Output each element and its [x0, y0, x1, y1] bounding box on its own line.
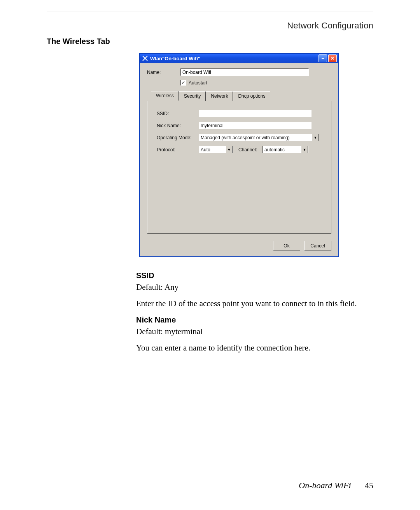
protocol-select[interactable]: Auto ▼: [199, 146, 233, 153]
channel-label: Channel:: [238, 147, 257, 152]
channel-select[interactable]: automatic ▼: [262, 146, 308, 153]
protocol-value: Auto: [199, 147, 226, 152]
ok-button[interactable]: Ok: [273, 241, 300, 251]
window-title: Wlan"On-board Wifi": [150, 56, 317, 61]
autostart-label: Autostart: [189, 80, 207, 86]
operating-mode-select[interactable]: Managed (with accespoint or with roaming…: [199, 134, 319, 141]
cancel-button[interactable]: Cancel: [304, 241, 331, 251]
app-x-icon: [142, 56, 148, 61]
nickname-input[interactable]: [199, 122, 312, 129]
channel-value: automatic: [263, 147, 301, 152]
minimize-button[interactable]: –: [318, 54, 327, 62]
close-icon: ✕: [331, 56, 334, 61]
tab-panel-wireless: SSID: Nick Name: Operating Mode: Managed…: [147, 101, 331, 234]
autostart-checkbox[interactable]: ✓: [180, 80, 186, 86]
wlan-dialog: Wlan"On-board Wifi" – ✕ Name: ✓ Autostar…: [139, 53, 339, 257]
minimize-icon: –: [322, 56, 324, 61]
tab-dhcp-options[interactable]: Dhcp options: [233, 91, 270, 101]
name-label: Name:: [147, 70, 180, 75]
ssid-heading: SSID: [136, 271, 373, 280]
bottom-rule: [47, 471, 373, 471]
titlebar[interactable]: Wlan"On-board Wifi" – ✕: [140, 54, 338, 63]
ssid-label: SSID:: [157, 111, 199, 116]
top-rule: [47, 12, 373, 12]
nickname-default-text: Default: myterminal: [136, 326, 373, 337]
operating-mode-value: Managed (with accespoint or with roaming…: [199, 135, 312, 140]
running-head: Network Configuration: [47, 21, 373, 31]
ssid-description: Enter the ID of the access point you wan…: [136, 298, 373, 309]
ssid-input[interactable]: [199, 110, 312, 117]
name-input[interactable]: [180, 68, 309, 76]
chevron-down-icon: ▼: [312, 134, 319, 141]
tab-security[interactable]: Security: [179, 91, 206, 101]
footer-page-number: 45: [365, 480, 373, 490]
tab-network[interactable]: Network: [206, 91, 233, 101]
nickname-heading: Nick Name: [136, 315, 373, 324]
nickname-label: Nick Name:: [157, 123, 199, 128]
nickname-description: You can enter a name to identify the con…: [136, 342, 373, 353]
operating-mode-label: Operating Mode:: [157, 135, 199, 140]
footer-section: On-board WiFi: [299, 480, 351, 490]
close-button[interactable]: ✕: [328, 54, 337, 62]
tab-wireless[interactable]: Wireless: [151, 91, 179, 101]
chevron-down-icon: ▼: [301, 146, 308, 153]
protocol-label: Protocol:: [157, 147, 199, 152]
tab-strip: Wireless Security Network Dhcp options: [147, 91, 331, 101]
ssid-default-text: Default: Any: [136, 282, 373, 293]
page-footer: On-board WiFi 45: [299, 480, 373, 491]
section-title: The Wireless Tab: [47, 37, 373, 46]
chevron-down-icon: ▼: [226, 146, 233, 153]
